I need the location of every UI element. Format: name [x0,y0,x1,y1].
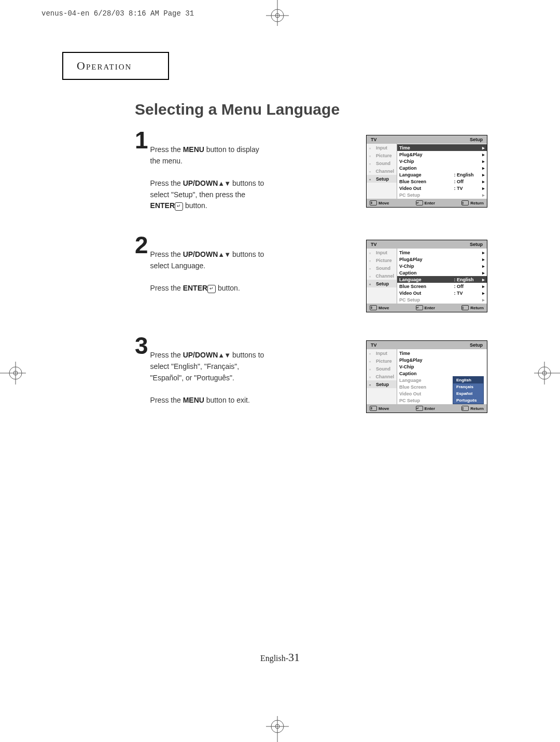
chevron-right-icon: ▸ [480,297,485,303]
osd-side-item: ▫Channel [367,373,397,380]
osd-side-item: ▫Setup [367,280,397,287]
menu-category-icon: ▫ [369,359,374,363]
osd-side-item: ▫Input [367,144,397,152]
osd-header: TVSetup [367,341,487,349]
osd-side-label: Picture [376,258,392,263]
osd-item: Caption▸ [397,269,487,276]
language-option: Português [453,397,483,404]
enter-icon: ↵ [416,305,423,310]
step-text: Press the UP/DOWN▲▼ buttons to select "E… [150,350,270,406]
osd-sidebar: ▫Input▫Picture▫Sound▫Channel▫Setup [367,249,397,304]
osd-item-name: Caption [399,270,453,276]
osd-side-item: ▫Setup [367,175,397,183]
osd-item-name: PC Setup [399,297,453,303]
osd-footer: ⇕ Move↵ Enter▯ Return [367,404,487,413]
language-option: Français [453,383,483,390]
osd-item-name: V-Chip [399,364,453,369]
page-number-prefix: English- [260,654,288,663]
osd-item: Caption▸ [397,164,487,171]
osd-side-label: Setup [376,382,389,387]
osd-side-label: Input [376,145,387,150]
osd-header-right: Setup [470,242,483,247]
step-number: 1 [135,130,148,151]
return-icon: ▯ [461,305,469,310]
tv-menu-screenshot: TVSetup▫Input▫Picture▫Sound▫Channel▫Setu… [366,340,487,413]
osd-body: ▫Input▫Picture▫Sound▫Channel▫SetupTime▸P… [367,144,487,199]
osd-item-name: Blue Screen [399,384,453,390]
step: 2Press the UP/DOWN▲▼ buttons to select L… [135,238,487,312]
step-text: Press the UP/DOWN▲▼ buttons to select La… [150,249,270,294]
osd-side-item: ▫Channel [367,272,397,280]
osd-side-label: Picture [376,153,392,158]
osd-body: ▫Input▫Picture▫Sound▫Channel▫SetupTime▸P… [367,249,487,304]
osd-item: PC Setup▸ [397,296,487,303]
osd-side-item: ▫Setup [367,380,397,388]
menu-category-icon: ▫ [369,146,374,150]
osd-side-item: ▫Sound [367,159,397,167]
tv-menu-screenshot: TVSetup▫Input▫Picture▫Sound▫Channel▫Setu… [366,240,487,312]
crop-mark-left [0,358,31,389]
osd-item: Plug&Play▸ [397,151,487,158]
page-number-value: 31 [288,651,300,664]
step-text: Press the MENU button to display the men… [150,144,270,212]
language-option: Español [453,390,483,397]
osd-header-left: TV [371,137,377,142]
osd-side-label: Channel [375,169,394,174]
chevron-right-icon: ▸ [480,193,485,198]
page-title: Selecting a Menu Language [135,101,487,118]
content: Selecting a Menu Language 1Press the MEN… [135,101,487,413]
step-number: 3 [135,335,148,356]
osd-side-item: ▫Picture [367,152,397,159]
osd-side-label: Input [376,250,387,255]
osd-item: Time [397,350,487,356]
chevron-right-icon: ▸ [480,179,485,184]
osd-side-label: Sound [376,266,390,271]
updown-icon: ▲▼ [218,351,230,359]
content-frame: Operation Selecting a Menu Language 1Pre… [62,52,487,680]
menu-category-icon: ▫ [369,169,374,173]
osd-header-left: TV [371,242,377,247]
osd-item-name: Blue Screen [399,284,453,289]
menu-category-icon: ▫ [369,282,374,286]
menu-category-icon: ▫ [369,154,374,158]
osd-item-name: PC Setup [399,193,453,198]
enter-icon: ↵ [416,200,423,205]
chevron-right-icon: ▸ [480,152,485,157]
osd-item-name: Plug&Play [399,257,453,262]
osd-side-label: Input [376,351,387,356]
osd-item-value: TV [457,291,480,296]
osd-side-label: Sound [376,161,390,166]
osd-item: Blue Screen:Off▸ [397,178,487,185]
osd-header: TVSetup [367,135,487,144]
osd-side-item: ▫Picture [367,256,397,264]
enter-icon: ↵ [416,406,423,411]
crop-mark-bottom [262,711,293,742]
updown-icon: ▲▼ [218,251,230,258]
osd-item-name: Language [399,378,453,383]
osd-item: Time▸ [397,249,487,256]
chevron-right-icon: ▸ [480,166,485,171]
updown-icon: ▲▼ [218,180,230,187]
osd-side-label: Sound [376,366,390,372]
osd-item-name: Caption [399,371,453,376]
language-popup: EnglishFrançaisEspañolPortuguês [453,376,484,404]
osd-item: Time▸ [397,144,487,151]
move-icon: ⇕ [370,406,377,411]
return-icon: ▯ [461,200,469,205]
menu-category-icon: ▫ [369,274,374,278]
osd-side-label: Channel [375,273,394,279]
menu-category-icon: ▫ [369,382,374,387]
osd-item-name: Plug&Play [399,358,453,363]
osd-side-item: ▫Channel [367,167,397,175]
osd-item: Plug&Play [397,356,487,363]
osd-item-name: Language [399,172,453,177]
steps: 1Press the MENU button to display the me… [135,133,487,413]
chevron-right-icon: ▸ [480,264,485,269]
chevron-right-icon: ▸ [480,172,485,177]
chevron-right-icon: ▸ [480,277,485,282]
osd-footer: ⇕ Move↵ Enter▯ Return [367,304,487,312]
osd-item-value: TV [457,186,480,191]
move-icon: ⇕ [370,200,377,205]
chevron-right-icon: ▸ [480,270,485,276]
osd-item: Video Out:TV▸ [397,185,487,191]
